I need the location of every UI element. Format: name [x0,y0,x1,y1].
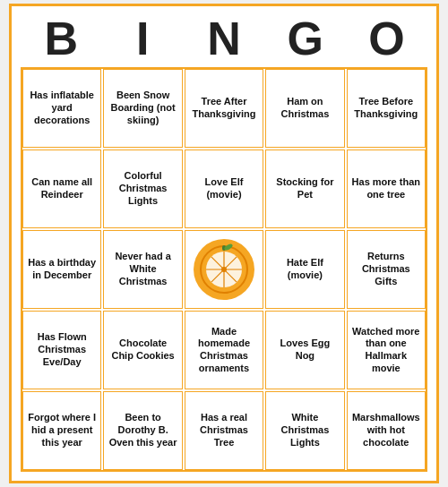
bingo-cell-r4c3[interactable]: White Christmas Lights [265,391,344,470]
bingo-cell-r2c4[interactable]: Returns Christmas Gifts [347,230,426,309]
bingo-cell-r0c4[interactable]: Tree Before Thanksgiving [347,69,426,148]
bingo-cell-r1c2[interactable]: Love Elf (movie) [185,150,263,228]
bingo-cell-r3c1[interactable]: Chocolate Chip Cookies [103,311,182,389]
bingo-card: B I N G O Has inflatable yard decoration… [9,4,439,483]
letter-i: I [104,15,181,62]
bingo-cell-r0c2[interactable]: Tree After Thanksgiving [185,69,263,148]
bingo-cell-r3c0[interactable]: Has Flown Christmas Eve/Day [22,311,101,389]
bingo-cell-r1c3[interactable]: Stocking for Pet [265,150,344,228]
letter-g: G [267,15,344,62]
bingo-cell-r0c1[interactable]: Been Snow Boarding (not skiing) [103,69,182,148]
svg-point-6 [221,267,227,272]
bingo-cell-r4c2[interactable]: Has a real Christmas Tree [185,391,263,470]
bingo-cell-r3c2[interactable]: Made homemade Christmas ornaments [185,311,263,389]
bingo-cell-r2c3[interactable]: Hate Elf (movie) [265,230,344,309]
bingo-cell-r0c0[interactable]: Has inflatable yard decorations [22,69,101,148]
bingo-cell-r0c3[interactable]: Ham on Christmas [265,69,344,148]
bingo-cell-r4c1[interactable]: Been to Dorothy B. Oven this year [103,391,182,470]
bingo-cell-r2c2[interactable] [185,230,263,309]
bingo-cell-r2c1[interactable]: Never had a White Christmas [103,230,182,309]
bingo-cell-r1c1[interactable]: Colorful Christmas Lights [103,150,182,228]
letter-b: B [22,15,99,62]
bingo-cell-r4c0[interactable]: Forgot where I hid a present this year [22,391,101,470]
free-space-orange [194,239,254,300]
bingo-cell-r1c4[interactable]: Has more than one tree [347,150,426,228]
bingo-grid: Has inflatable yard decorationsBeen Snow… [21,67,427,472]
letter-o: O [349,15,426,62]
bingo-cell-r3c4[interactable]: Watched more than one Hallmark movie [347,311,426,389]
bingo-cell-r4c4[interactable]: Marshmallows with hot chocolate [347,391,426,470]
bingo-cell-r2c0[interactable]: Has a birthday in December [22,230,101,309]
bingo-cell-r3c3[interactable]: Loves Egg Nog [265,311,344,389]
bingo-title: B I N G O [21,15,427,62]
bingo-cell-r1c0[interactable]: Can name all Reindeer [22,150,101,228]
letter-n: N [185,15,263,62]
